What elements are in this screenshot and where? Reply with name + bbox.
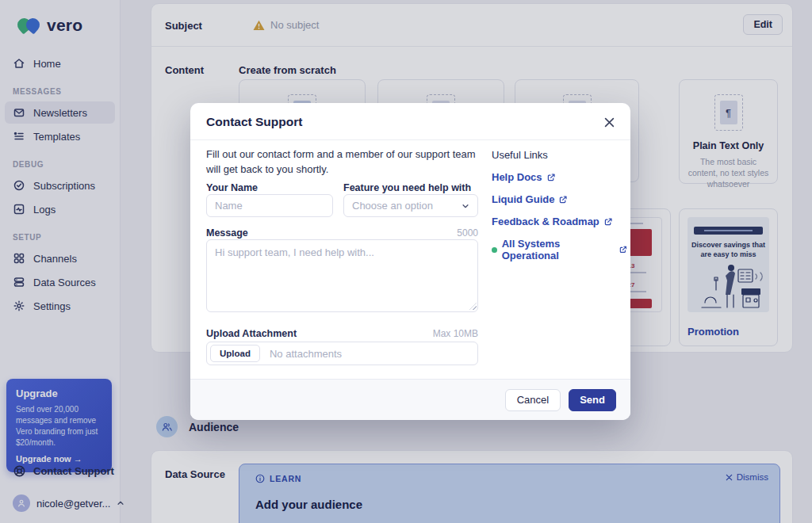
message-char-counter: 5000 [383,227,478,239]
useful-links: Useful Links Help Docs Liquid Guide Feed… [492,149,626,262]
modal-footer: Cancel Send [190,379,630,420]
upload-placeholder: No attachments [270,348,342,360]
feedback-roadmap-link[interactable]: Feedback & Roadmap [492,216,626,227]
modal-description: Fill out our contact form and a member o… [206,147,485,178]
external-link-icon [619,246,626,254]
link-label: All Systems Operational [502,238,615,262]
help-docs-link[interactable]: Help Docs [492,171,626,183]
external-link-icon [547,174,555,181]
close-modal-button[interactable] [602,115,616,129]
send-button[interactable]: Send [569,389,616,411]
feature-select[interactable]: Choose an option [343,194,478,217]
cancel-button[interactable]: Cancel [505,389,561,411]
upload-max-size: Max 10MB [383,328,478,339]
external-link-icon [604,218,612,226]
modal-header: Contact Support [190,103,630,140]
upload-button[interactable]: Upload [210,345,260,362]
chevron-down-icon [462,202,469,210]
name-input[interactable] [206,194,333,217]
modal-title: Contact Support [206,115,302,129]
link-label: Liquid Guide [492,193,554,205]
status-dot-icon [492,247,497,253]
liquid-guide-link[interactable]: Liquid Guide [492,193,626,205]
upload-attachment-label: Upload Attachment [206,328,297,339]
useful-links-heading: Useful Links [492,149,626,161]
feature-select-value: Choose an option [352,200,433,212]
app-window: vero Home MESSAGES Newsletters Templates… [0,0,812,523]
link-label: Feedback & Roadmap [492,216,599,227]
system-status-link[interactable]: All Systems Operational [492,238,626,262]
feature-field-label: Feature you need help with [343,182,471,193]
external-link-icon [559,196,567,204]
message-textarea[interactable] [206,239,478,312]
upload-attachment-box: Upload No attachments [206,342,478,365]
message-field-label: Message [206,227,248,239]
contact-support-modal: Contact Support Fill out our contact for… [190,103,630,420]
name-field-label: Your Name [206,182,258,193]
close-icon [604,117,615,128]
link-label: Help Docs [492,171,542,183]
